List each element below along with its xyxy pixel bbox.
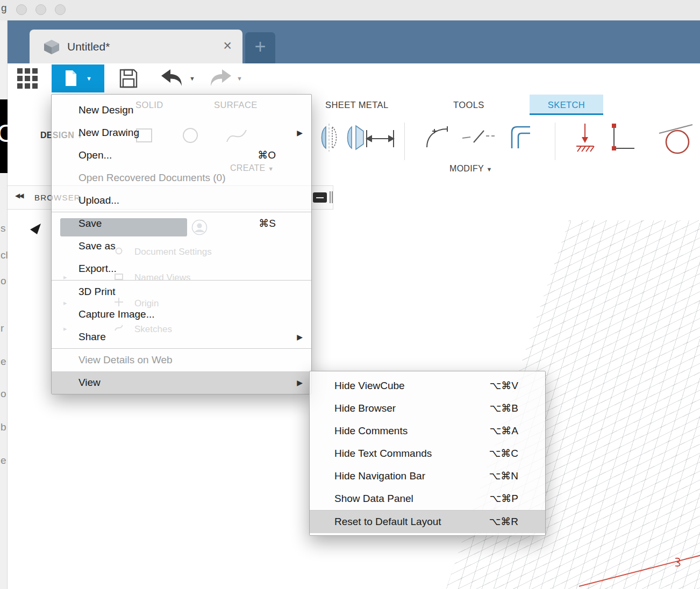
flip-tool-icon[interactable] (343, 123, 367, 153)
file-menu-item-new-design[interactable]: New Design (52, 99, 311, 121)
edge-cropped-text: e (1, 455, 6, 466)
app-window: Untitled* × + ▼ ▼ ▼ DESIGN ▼ SOLID SURFA… (0, 0, 700, 589)
close-window-button[interactable] (16, 4, 27, 15)
dimension-tool-icon[interactable] (365, 128, 396, 149)
menu-item-shortcut: ⌘S (259, 212, 276, 235)
menu-item-label: Save (78, 218, 102, 229)
zoom-window-button[interactable] (55, 4, 66, 15)
cursor-arrow (29, 221, 42, 235)
edge-cropped-text: cl (1, 249, 8, 261)
tab-sketch-underline (530, 113, 603, 115)
menu-item-label: Capture Image... (78, 308, 155, 320)
redo-icon[interactable] (208, 68, 233, 88)
comment-icon[interactable] (313, 192, 327, 203)
edge-cropped-text: g (1, 2, 7, 14)
app-grid-icon[interactable] (17, 68, 38, 89)
file-menu-item-upload[interactable]: Upload... (52, 189, 311, 212)
view-submenu-item-show-data-panel[interactable]: Show Data Panel⌥⌘P (310, 487, 545, 510)
new-tab-button[interactable]: + (245, 32, 275, 63)
modify-group-dropdown[interactable]: MODIFY ▼ (449, 164, 492, 174)
modify-caret-icon: ▼ (486, 166, 492, 173)
document-tab[interactable]: Untitled* × (30, 30, 242, 63)
menu-item-shortcut: ⌥⌘A (489, 420, 518, 442)
menu-item-shortcut: ⌥⌘V (489, 375, 518, 397)
edge-cropped-thumbnail: C (0, 99, 8, 173)
file-menu-item-new-drawing[interactable]: New Drawing▶ (52, 121, 311, 144)
menu-item-label: Open... (78, 149, 112, 161)
view-submenu: Hide ViewCube⌥⌘V Hide Browser⌥⌘B Hide Co… (309, 371, 546, 536)
file-menu-item-save-as[interactable]: Save as (52, 235, 311, 257)
file-menu-caret-icon: ▼ (86, 75, 92, 82)
close-tab-icon[interactable]: × (223, 38, 232, 54)
menu-item-label: Share (78, 331, 106, 342)
trim-tool-icon[interactable] (461, 129, 496, 145)
toolbar (8, 63, 700, 94)
file-menu-item-open-recovered-documents: Open Recovered Documents (0) (52, 167, 311, 189)
fillet-tool-icon[interactable] (423, 125, 452, 149)
menu-item-label: Show Data Panel (334, 493, 413, 504)
tab-sketch[interactable]: SKETCH (530, 95, 603, 115)
submenu-arrow-icon: ▶ (297, 371, 303, 394)
menu-item-label: Reset to Default Layout (334, 516, 441, 527)
save-icon[interactable] (119, 68, 138, 89)
menu-item-label: Export... (78, 263, 117, 274)
tab-sketch-label: SKETCH (548, 100, 585, 110)
menu-item-shortcut: ⌥⌘R (489, 511, 518, 533)
file-menu-item-view[interactable]: View▶ (52, 371, 311, 394)
file-menu-item-3d-print[interactable]: 3D Print (52, 281, 311, 303)
collapse-browser-icon[interactable]: ◀◀ (15, 192, 23, 199)
tangent-circle-tool-icon[interactable] (658, 123, 695, 155)
file-menu-item-view-details-on-web: View Details on Web (52, 349, 311, 371)
menu-item-label: Hide Text Commands (334, 448, 432, 459)
sketch-dimension-tool-icon[interactable] (608, 123, 637, 153)
file-menu: New Design New Drawing▶ Open...⌘O Open R… (51, 94, 312, 394)
menu-item-label: 3D Print (78, 286, 116, 297)
file-menu-button[interactable]: ▼ (52, 64, 104, 92)
menu-item-label: Hide Browser (334, 403, 396, 414)
redo-dropdown-caret-icon[interactable]: ▼ (237, 75, 242, 82)
menu-item-label: Hide ViewCube (334, 380, 405, 391)
view-submenu-item-hide-text-commands[interactable]: Hide Text Commands⌥⌘C (310, 442, 545, 465)
submenu-arrow-icon: ▶ (297, 121, 303, 144)
project-tool-icon[interactable] (575, 123, 595, 154)
file-menu-item-open[interactable]: Open...⌘O (52, 144, 311, 167)
mirror-tool-icon[interactable] (317, 123, 341, 153)
menu-item-label: Hide Comments (334, 425, 408, 436)
file-icon (65, 70, 77, 87)
menu-item-label: Upload... (78, 195, 119, 206)
menu-item-label: Open Recovered Documents (0) (78, 172, 226, 183)
modify-label: MODIFY (449, 164, 484, 173)
panel-grip-icon[interactable] (330, 191, 331, 203)
axis-origin-glyph (673, 557, 683, 568)
tab-sheet-metal[interactable]: SHEET METAL (325, 100, 388, 110)
undo-dropdown-caret-icon[interactable]: ▼ (189, 75, 195, 82)
menu-item-label: New Drawing (78, 127, 139, 138)
menu-item-shortcut: ⌥⌘P (489, 487, 518, 510)
edge-cropped-text: e (1, 356, 6, 368)
file-menu-item-share[interactable]: Share▶ (52, 326, 311, 348)
edge-cropped-text: b (1, 421, 6, 433)
document-tab-title: Untitled* (67, 30, 110, 63)
minimize-window-button[interactable] (35, 4, 46, 15)
menu-item-label: View (78, 377, 101, 388)
menu-item-label: New Design (78, 104, 133, 116)
view-submenu-item-hide-viewcube[interactable]: Hide ViewCube⌥⌘V (310, 375, 545, 397)
menu-item-shortcut: ⌥⌘C (489, 442, 518, 465)
file-menu-item-save[interactable]: Save⌘S (52, 212, 311, 235)
edge-cropped-text: s (1, 222, 6, 234)
panel-grip-icon[interactable] (332, 191, 333, 203)
menu-item-label: Hide Navigation Bar (334, 470, 425, 482)
document-cube-icon (42, 39, 61, 55)
view-submenu-item-hide-navigation-bar[interactable]: Hide Navigation Bar⌥⌘N (310, 465, 545, 487)
view-submenu-item-hide-comments[interactable]: Hide Comments⌥⌘A (310, 420, 545, 442)
comment-icon-dash (316, 197, 324, 198)
menu-item-label: Save as (78, 240, 116, 252)
view-submenu-item-hide-browser[interactable]: Hide Browser⌥⌘B (310, 397, 545, 420)
offset-tool-icon[interactable] (508, 124, 539, 150)
tab-tools[interactable]: TOOLS (453, 100, 484, 110)
undo-icon[interactable] (159, 68, 185, 88)
file-menu-item-capture-image[interactable]: Capture Image... (52, 303, 311, 326)
file-menu-item-export[interactable]: Export... (52, 257, 311, 280)
edge-cropped-text: o (1, 275, 6, 287)
view-submenu-item-reset-to-default-layout[interactable]: Reset to Default Layout⌥⌘R (310, 511, 545, 533)
